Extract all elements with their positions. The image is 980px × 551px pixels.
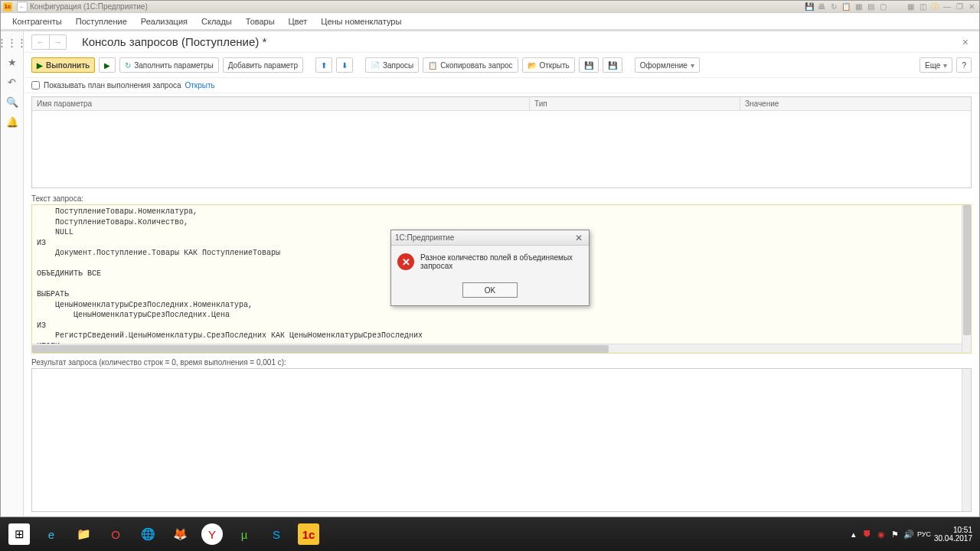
open-plan-link[interactable]: Открыть	[185, 81, 215, 90]
format-button[interactable]: Оформление ▾	[635, 57, 700, 73]
menu-item[interactable]: Товары	[246, 17, 275, 26]
tb-grid-icon[interactable]: ▤	[865, 2, 876, 12]
menu-item[interactable]: Реализация	[141, 17, 188, 26]
more-button[interactable]: Еще ▾	[920, 57, 952, 73]
dialog-message: Разное количество полей в объединяемых з…	[420, 253, 583, 270]
error-icon: ✕	[397, 253, 414, 270]
page-close-button[interactable]: ×	[959, 34, 972, 50]
help-button[interactable]: ?	[956, 57, 972, 73]
open-button[interactable]: 📂Открыть	[522, 57, 575, 73]
system-tray: ▴ ⛊ ◉ ⚑ 🔊 РУС 10:51 30.04.2017	[848, 526, 977, 543]
error-dialog: 1С:Предприятие ✕ ✕ Разное количество пол…	[390, 230, 590, 306]
search-icon[interactable]: 🔍	[6, 96, 18, 108]
show-plan-checkbox[interactable]	[31, 81, 40, 90]
window-title: Конфигурация (1С:Предприятие)	[30, 2, 148, 11]
tray-flag-icon[interactable]: ⚑	[890, 529, 900, 540]
minimize-button[interactable]: —	[942, 2, 952, 12]
tb-paste-icon[interactable]: 📋	[841, 2, 851, 12]
star-icon[interactable]: ★	[6, 56, 18, 68]
tray-lang[interactable]: РУС	[917, 530, 931, 538]
params-table[interactable]: Имя параметра Тип Значение	[31, 96, 972, 188]
fill-params-button[interactable]: ↻Заполнить параметры	[119, 57, 218, 73]
menu-item[interactable]: Цвет	[289, 17, 308, 26]
dialog-title: 1С:Предприятие	[395, 233, 454, 242]
col-value[interactable]: Значение	[740, 97, 971, 110]
tb-save-icon[interactable]: 💾	[804, 2, 815, 12]
menu-item[interactable]: Склады	[201, 17, 232, 26]
tb-refresh-icon[interactable]: ↻	[828, 2, 839, 12]
taskbar-skype[interactable]: S	[261, 520, 292, 548]
result-panel	[31, 368, 972, 512]
query-scroll-h[interactable]	[32, 344, 962, 353]
save-button[interactable]: 💾	[579, 57, 599, 73]
tb-calc-icon[interactable]: ▢	[877, 2, 888, 12]
page-title: Консоль запросов (Поступление) *	[82, 35, 266, 48]
tb-table-icon[interactable]: ▦	[905, 2, 916, 12]
tb-calendar-icon[interactable]: ▦	[853, 2, 864, 12]
col-name[interactable]: Имя параметра	[32, 97, 530, 110]
dialog-ok-button[interactable]: OK	[462, 282, 518, 298]
menu-item[interactable]: Поступление	[76, 17, 127, 26]
toolbar: ▶Выполнить ▶ ↻Заполнить параметры Добави…	[24, 53, 979, 78]
apps-icon[interactable]: ⋮⋮⋮	[6, 36, 18, 48]
tray-app-icon[interactable]: ◉	[876, 529, 887, 540]
dialog-close-button[interactable]: ✕	[573, 233, 585, 243]
titlebar: 1c ← Конфигурация (1С:Предприятие) 💾 🖶 ↻…	[1, 1, 979, 13]
show-plan-label: Показывать план выполнения запроса	[44, 81, 181, 90]
taskbar: ⊞ e 📁 O 🌐 🦊 Y µ S 1c ▴ ⛊ ◉ ⚑ 🔊 РУС 10:51…	[0, 517, 980, 551]
execute-button[interactable]: ▶Выполнить	[31, 57, 95, 73]
tb-panel-icon[interactable]: ◫	[917, 2, 928, 12]
nav-forward-button[interactable]: →	[49, 35, 66, 49]
menu-item[interactable]: Контрагенты	[12, 17, 62, 26]
add-param-button[interactable]: Добавить параметр	[223, 57, 303, 73]
query-label: Текст запроса:	[24, 191, 979, 204]
taskbar-1c[interactable]: 1c	[293, 520, 324, 548]
start-button[interactable]: ⊞	[4, 520, 34, 548]
menu-item[interactable]: Цены номенклатуры	[321, 17, 401, 26]
copy-query-button[interactable]: 📋Скопировать запрос	[423, 57, 518, 73]
execute-next-button[interactable]: ▶	[99, 57, 116, 73]
taskbar-chrome[interactable]: 🌐	[132, 520, 163, 548]
taskbar-opera[interactable]: O	[100, 520, 131, 548]
tray-up-icon[interactable]: ▴	[848, 529, 859, 540]
tray-volume-icon[interactable]: 🔊	[903, 529, 914, 540]
queries-button[interactable]: 📄Запросы	[365, 57, 419, 73]
tb-info-icon[interactable]: ⓘ	[929, 2, 940, 12]
sidebar: ⋮⋮⋮ ★ ↶ 🔍 🔔	[1, 31, 24, 517]
save-as-button[interactable]: 💾	[603, 57, 622, 73]
titlebar-back-button[interactable]: ←	[17, 2, 28, 12]
move-up-button[interactable]: ⬆	[315, 57, 332, 73]
close-button[interactable]: ✕	[966, 2, 977, 12]
bell-icon[interactable]: 🔔	[6, 116, 18, 128]
main-menu: Контрагенты Поступление Реализация Склад…	[1, 13, 979, 30]
col-type[interactable]: Тип	[530, 97, 740, 110]
result-label: Результат запроса (количество строк = 0,…	[24, 354, 979, 368]
taskbar-firefox[interactable]: 🦊	[165, 520, 195, 548]
taskbar-utorrent[interactable]: µ	[229, 520, 260, 548]
history-icon[interactable]: ↶	[6, 76, 18, 88]
result-scroll-v[interactable]	[962, 369, 971, 511]
query-scroll-v[interactable]	[962, 205, 971, 353]
tray-shield-icon[interactable]: ⛊	[862, 529, 873, 540]
tb-print-icon[interactable]: 🖶	[816, 2, 827, 12]
move-down-button[interactable]: ⬇	[336, 57, 353, 73]
nav-back-button[interactable]: ←	[32, 35, 49, 49]
app-icon: 1c	[3, 2, 12, 11]
taskbar-explorer[interactable]: 📁	[68, 520, 99, 548]
maximize-button[interactable]: ❐	[954, 2, 965, 12]
taskbar-ie[interactable]: e	[36, 520, 67, 548]
tray-clock[interactable]: 10:51 30.04.2017	[934, 526, 972, 543]
taskbar-yandex[interactable]: Y	[197, 520, 227, 548]
